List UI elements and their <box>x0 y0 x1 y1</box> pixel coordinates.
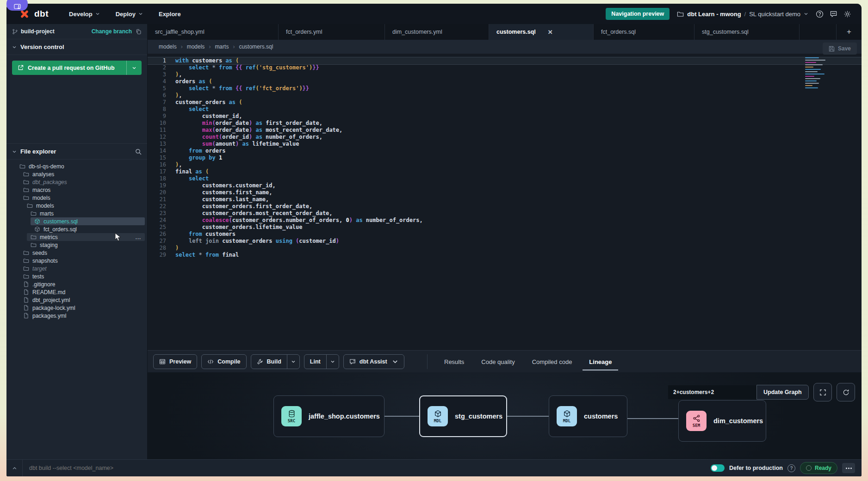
panel-tab-code-quality[interactable]: Code quality <box>481 351 515 373</box>
editor-tab-src_jaffle_shop.yml[interactable]: src_jaffle_shop.yml <box>148 24 279 40</box>
lineage-node-jaffle_shop.customers[interactable]: SRCjaffle_shop.customers <box>273 395 384 437</box>
create-pr-dropdown[interactable] <box>127 61 142 75</box>
line-number: 4 <box>148 78 171 85</box>
tree-item-seeds[interactable]: seeds <box>19 249 145 257</box>
minimap[interactable] <box>805 57 831 90</box>
editor-tab-stg_customers.sql[interactable]: stg_customers.sql <box>694 24 800 40</box>
panel-tab-lineage[interactable]: Lineage <box>589 351 612 373</box>
search-icon[interactable] <box>135 148 142 155</box>
editor-tab-fct_orders.yml[interactable]: fct_orders.yml <box>279 24 385 40</box>
tree-item-target[interactable]: target <box>19 265 145 272</box>
feedback-icon[interactable] <box>830 10 837 18</box>
panel-button-compile[interactable]: Compile <box>201 354 246 369</box>
code-editor[interactable]: 1with customers as (2 select * from {{ r… <box>148 54 862 350</box>
create-pr-button[interactable]: Create a pull request on GitHub <box>12 61 127 75</box>
copy-icon[interactable] <box>136 29 142 35</box>
panel-button-dbt-assist[interactable]: dbt Assist <box>343 354 404 369</box>
account-breadcrumb[interactable]: dbt Learn - mwong / SL quickstart demo <box>677 11 808 18</box>
tree-item-tests[interactable]: tests <box>19 272 145 280</box>
dropdown-toggle[interactable] <box>287 355 299 369</box>
tree-item-analyses[interactable]: analyses <box>19 170 145 178</box>
code-line-10: 10 min(order_date) as first_order_date, <box>148 120 862 127</box>
more-options-button[interactable] <box>842 463 855 473</box>
panel-button-lint[interactable]: Lint <box>304 354 339 369</box>
tree-item-metrics[interactable]: metrics... <box>27 233 145 241</box>
lineage-node-customers[interactable]: MDLcustomers <box>549 395 627 437</box>
badge-type-label: MDL <box>563 419 570 423</box>
refresh-button[interactable] <box>837 383 855 401</box>
lineage-node-stg_customers[interactable]: MDLstg_customers <box>419 395 507 437</box>
panel-tab-results[interactable]: Results <box>444 351 464 373</box>
tree-item-marts[interactable]: marts <box>27 210 145 217</box>
tree-item-README.md[interactable]: README.md <box>19 288 145 296</box>
badge-type-label: SRC <box>288 419 295 423</box>
tree-item-dbt-packages[interactable]: dbt_packages <box>19 178 145 186</box>
tree-item-staging[interactable]: staging <box>27 241 145 249</box>
panel-button-preview[interactable]: Preview <box>153 354 197 369</box>
tree-item-customers.sql[interactable]: customers.sql <box>31 217 145 225</box>
panel-tab-compiled-code[interactable]: Compiled code <box>532 351 572 373</box>
version-control-title: Version control <box>20 43 64 50</box>
breadcrumb-item[interactable]: models <box>187 43 205 50</box>
defer-toggle[interactable] <box>711 464 725 472</box>
editor-tab-dim_customers.yml[interactable]: dim_customers.yml <box>385 24 489 40</box>
tree-item-models[interactable]: models <box>19 194 145 202</box>
breadcrumb-item[interactable]: models <box>159 43 177 50</box>
menu-explore[interactable]: Explore <box>159 11 181 18</box>
command-input[interactable] <box>23 464 711 472</box>
menu-label: Develop <box>69 11 93 18</box>
gear-icon[interactable] <box>843 10 851 18</box>
file-explorer-header[interactable]: File explorer <box>6 143 147 160</box>
main-menus: DevelopDeployExplore <box>69 11 181 18</box>
folder-icon <box>31 242 37 248</box>
navigation-preview-button[interactable]: Navigation preview <box>606 8 670 20</box>
tab-label: dim_customers.yml <box>392 29 442 35</box>
line-number: 19 <box>148 182 171 189</box>
update-graph-button[interactable]: Update Graph <box>756 385 809 400</box>
code-line-27: 27 left join customer_orders using (cust… <box>148 238 862 245</box>
fullscreen-button[interactable] <box>813 383 832 401</box>
row-actions-button[interactable]: ... <box>136 234 141 240</box>
lineage-node-dim_customers[interactable]: SEMdim_customers <box>678 400 766 442</box>
chevron-down-icon <box>392 358 398 365</box>
line-number: 10 <box>148 120 171 127</box>
save-button[interactable]: Save <box>823 43 857 55</box>
tree-item-.gitignore[interactable]: .gitignore <box>19 280 145 288</box>
close-icon[interactable]: ✕ <box>548 29 553 36</box>
dbt-cloud-ide: dbt DevelopDeployExplore Navigation prev… <box>6 4 862 476</box>
tree-item-fct-orders.sql[interactable]: fct_orders.sql <box>31 225 145 233</box>
tree-item-dbt-project.yml[interactable]: dbt_project.yml <box>19 296 145 304</box>
menu-deploy[interactable]: Deploy <box>116 11 143 18</box>
breadcrumb-item[interactable]: marts <box>215 43 229 50</box>
lineage-canvas[interactable]: Update Graph SRCjaffle_shop.customersMDL… <box>148 372 862 460</box>
tree-item-snapshots[interactable]: snapshots <box>19 257 145 265</box>
version-control-header[interactable]: Version control <box>6 39 147 55</box>
tree-item-package-lock.yml[interactable]: package-lock.yml <box>19 304 145 312</box>
panel-button-build[interactable]: Build <box>251 354 300 369</box>
tree-item-label: dbt_packages <box>32 179 67 185</box>
tree-item-macros[interactable]: macros <box>19 186 145 194</box>
defer-help-icon[interactable]: ? <box>787 464 795 472</box>
tree-item-packages.yml[interactable]: packages.yml <box>19 312 145 320</box>
tree-item-models[interactable]: models <box>23 202 145 210</box>
panel-tab-label: Lineage <box>589 358 612 365</box>
lineage-selector-input[interactable] <box>668 385 756 399</box>
line-number: 21 <box>148 196 171 203</box>
tree-item-label: models <box>32 195 50 201</box>
new-tab-button[interactable]: + <box>837 24 862 40</box>
tree-item-label: marts <box>40 210 54 217</box>
change-branch-link[interactable]: Change branch <box>92 28 132 35</box>
dropdown-toggle[interactable] <box>326 355 339 369</box>
tree-item-db-sl-qs-demo[interactable]: db-sl-qs-demo <box>16 162 145 170</box>
editor-tab-fct_orders.sql[interactable]: fct_orders.sql <box>594 24 694 40</box>
table-icon <box>159 358 166 365</box>
git-branch-icon <box>12 29 18 35</box>
expand-command-bar-button[interactable] <box>6 460 23 476</box>
menu-develop[interactable]: Develop <box>69 11 100 18</box>
code-line-8: 8 select <box>148 106 862 113</box>
help-icon[interactable] <box>816 10 824 18</box>
editor-tab-customers.sql[interactable]: customers.sql✕ <box>489 24 594 40</box>
code-text: customers.customer_id, <box>171 182 276 189</box>
breadcrumb-item[interactable]: customers.sql <box>239 43 273 50</box>
file-explorer-section: File explorer db-sl-qs-demoanalysesdbt_p… <box>6 143 147 320</box>
